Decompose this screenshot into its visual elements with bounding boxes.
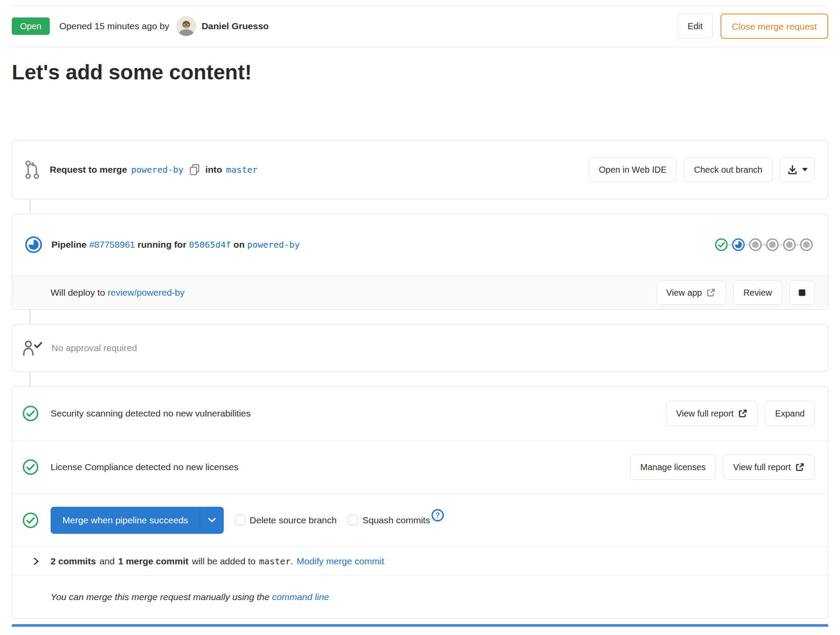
close-merge-request-button[interactable]: Close merge request — [720, 14, 828, 39]
request-to-merge-label: Request to merge — [50, 164, 127, 175]
pipeline-stage-pending-icon[interactable] — [783, 238, 796, 251]
review-button[interactable]: Review — [733, 280, 782, 305]
commits-count: 2 commits — [51, 556, 96, 567]
opened-text: Opened 15 minutes ago by — [59, 21, 169, 31]
license-compliance-row: License Compliance detected no new licen… — [12, 440, 828, 493]
command-line-link[interactable]: command line — [272, 592, 329, 602]
success-check-icon — [22, 459, 39, 475]
pipeline-label: Pipeline — [51, 239, 87, 249]
request-to-merge-box: Request to merge powered-by into master … — [12, 140, 828, 199]
running-for-label: running for — [137, 239, 186, 249]
copy-branch-button[interactable] — [188, 163, 201, 176]
target-branch-link[interactable]: master — [226, 164, 257, 175]
success-check-icon — [22, 405, 39, 422]
pipeline-id-link[interactable]: #87758961 — [89, 239, 135, 249]
edit-button[interactable]: Edit — [678, 14, 713, 39]
mr-widget: Request to merge powered-by into master … — [12, 140, 828, 618]
chevron-down-icon — [208, 518, 216, 522]
view-app-button[interactable]: View app — [656, 280, 726, 305]
success-check-icon — [22, 512, 39, 529]
squash-commits-checkbox[interactable] — [348, 515, 358, 525]
source-branch-link[interactable]: powered-by — [131, 164, 183, 175]
delete-source-branch-checkbox[interactable] — [235, 515, 245, 525]
chevron-right-icon[interactable] — [33, 556, 39, 566]
deploy-row: Will deploy to review/powered-by View ap… — [12, 275, 828, 309]
manage-licenses-button[interactable]: Manage licenses — [630, 454, 716, 480]
pipeline-stage-pending-icon[interactable] — [800, 238, 813, 251]
license-message: License Compliance detected no new licen… — [51, 462, 239, 472]
delete-source-branch-label: Delete source branch — [249, 515, 337, 526]
approval-message: No approval required — [51, 343, 137, 353]
reports-merge-box: Security scanning detected no new vulner… — [12, 386, 828, 618]
modify-merge-commit-link[interactable]: Modify merge commit — [297, 556, 384, 567]
added-text: will be added to — [192, 556, 256, 567]
approval-box: No approval required — [12, 324, 828, 372]
avatar[interactable] — [176, 16, 196, 36]
stop-icon — [797, 288, 807, 297]
header-divider — [12, 47, 828, 47]
security-message: Security scanning detected no new vulner… — [51, 408, 251, 419]
check-out-branch-button[interactable]: Check out branch — [684, 157, 772, 182]
help-question-icon[interactable]: ? — [431, 509, 444, 522]
stage-connector — [796, 244, 800, 246]
security-report-row: Security scanning detected no new vulner… — [12, 387, 828, 440]
merge-request-icon — [24, 159, 40, 180]
mr-header: Open Opened 15 minutes ago by Daniel Gru… — [12, 6, 828, 47]
stop-environment-button[interactable] — [789, 280, 815, 305]
pipeline-stage-pending-icon[interactable] — [766, 238, 779, 251]
widget-connector — [30, 372, 31, 386]
license-view-full-report-button[interactable]: View full report — [723, 454, 815, 480]
merge-when-pipeline-succeeds-button[interactable]: Merge when pipeline succeeds — [51, 507, 200, 534]
period: . — [290, 556, 293, 567]
deploy-text: Will deploy to — [51, 287, 105, 297]
next-section-accent — [12, 624, 828, 627]
environment-link[interactable]: review/powered-by — [108, 287, 184, 297]
stage-connector — [779, 244, 783, 246]
external-link-icon — [706, 288, 716, 297]
pipeline-mini-graph — [715, 238, 815, 251]
pipeline-box: Pipeline #87758961 running for 05065d4f … — [12, 214, 828, 310]
page-title: Let's add some content! — [12, 60, 828, 84]
copy-icon — [188, 163, 201, 176]
open-in-web-ide-button[interactable]: Open in Web IDE — [589, 157, 676, 182]
commits-target-branch: master — [259, 556, 290, 567]
and-text: and — [99, 556, 115, 567]
caret-down-icon — [802, 168, 808, 171]
into-label: into — [205, 164, 222, 175]
svg-text:?: ? — [436, 512, 440, 519]
download-dropdown-button[interactable] — [780, 157, 815, 182]
pipeline-stage-running-icon[interactable] — [732, 238, 745, 251]
commits-summary-row: 2 commits and 1 merge commit will be add… — [12, 546, 828, 575]
merge-options-dropdown-toggle[interactable] — [200, 507, 224, 534]
merge-commit-count: 1 merge commit — [118, 556, 188, 567]
widget-connector — [30, 199, 31, 214]
commit-sha-link[interactable]: 05065d4f — [189, 239, 231, 250]
approval-person-check-icon — [22, 339, 43, 357]
ref-branch-link[interactable]: powered-by — [247, 239, 300, 250]
security-expand-button[interactable]: Expand — [765, 401, 815, 426]
squash-commits-label: Squash commits — [362, 515, 430, 526]
pipeline-running-status-icon[interactable] — [24, 236, 43, 254]
on-label: on — [233, 239, 245, 249]
delete-source-branch-option[interactable]: Delete source branch — [235, 515, 337, 526]
squash-commits-option[interactable]: Squash commits — [348, 515, 430, 526]
stage-connector — [762, 244, 766, 246]
stage-connector — [745, 244, 749, 246]
pipeline-stage-pending-icon[interactable] — [749, 238, 762, 251]
download-icon — [787, 164, 798, 175]
pipeline-stage-success-icon[interactable] — [715, 238, 728, 251]
security-view-full-report-button[interactable]: View full report — [666, 401, 758, 426]
external-link-icon — [795, 462, 805, 472]
manual-merge-text: You can merge this merge request manuall… — [51, 592, 270, 602]
external-link-icon — [738, 409, 748, 418]
merge-controls-row: Merge when pipeline succeeds Delete sour… — [12, 493, 828, 546]
stage-connector — [728, 244, 732, 246]
manual-merge-row: You can merge this merge request manuall… — [12, 575, 828, 618]
author-name[interactable]: Daniel Gruesso — [201, 21, 269, 31]
status-badge: Open — [12, 17, 50, 35]
widget-connector — [30, 310, 31, 324]
pipeline-row: Pipeline #87758961 running for 05065d4f … — [12, 214, 828, 275]
